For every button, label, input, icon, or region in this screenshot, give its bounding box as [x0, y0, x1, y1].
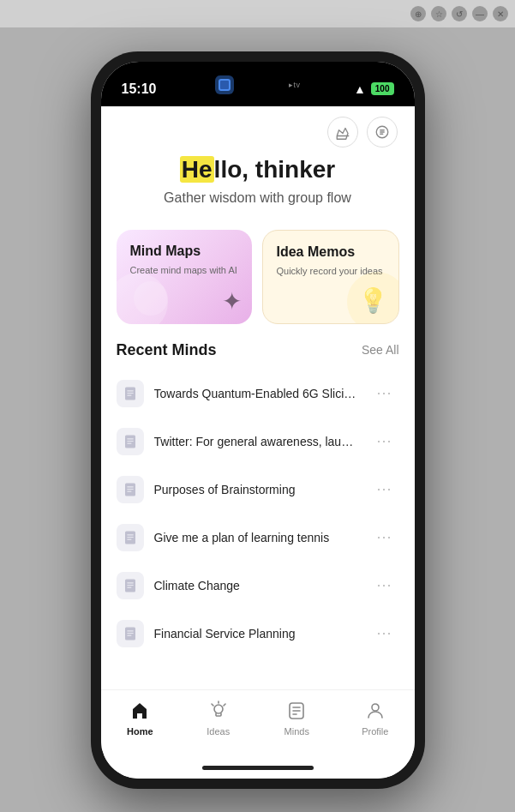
item-icon-6 [117, 620, 144, 647]
svg-rect-20 [127, 586, 131, 587]
svg-rect-18 [127, 582, 134, 583]
svg-rect-6 [127, 438, 134, 439]
home-bar [202, 766, 314, 770]
close-btn[interactable]: ✕ [493, 6, 508, 21]
minds-icon [286, 701, 307, 721]
hero-subtitle: Gather wisdom with group flow [122, 190, 394, 206]
mind-maps-deco: ✦ [222, 287, 242, 316]
ideas-icon [208, 701, 229, 721]
item-text-6: Financial Service Planning [154, 627, 360, 641]
mind-maps-card[interactable]: Mind Maps Create mind maps with AI ✦ [117, 230, 252, 324]
document-icon [123, 386, 138, 401]
list-item[interactable]: Towards Quantum-Enabled 6G Slicing-... ·… [101, 370, 415, 418]
minds-nav-label: Minds [284, 726, 309, 737]
svg-rect-19 [127, 584, 134, 585]
item-icon-1 [117, 380, 144, 407]
svg-rect-15 [127, 536, 134, 537]
pin-btn[interactable]: ⊕ [410, 6, 426, 21]
ai-icon [374, 124, 390, 140]
recent-items-list: Towards Quantum-Enabled 6G Slicing-... ·… [101, 370, 415, 658]
window-chrome: ⊕ ☆ ↺ — ✕ [0, 0, 515, 27]
ideas-nav-icon [207, 699, 231, 723]
feature-cards: Mind Maps Create mind maps with AI ✦ Ide… [101, 223, 415, 338]
item-icon-3 [117, 476, 144, 503]
list-item[interactable]: Twitter: For general awareness, launch..… [101, 418, 415, 466]
list-item[interactable]: Financial Service Planning ··· [101, 610, 415, 658]
item-menu-2[interactable]: ··· [369, 429, 398, 454]
svg-rect-4 [127, 394, 131, 395]
refresh-btn[interactable]: ↺ [452, 6, 467, 21]
item-icon-2 [117, 428, 144, 455]
profile-icon [365, 701, 386, 721]
list-item[interactable]: Climate Change ··· [101, 562, 415, 610]
home-nav-icon [128, 699, 152, 723]
list-item[interactable]: Give me a plan of learning tennis ··· [101, 514, 415, 562]
svg-rect-3 [127, 392, 134, 393]
profile-nav-icon [363, 699, 387, 723]
recent-section-title: Recent Minds [117, 341, 217, 359]
minds-nav-icon [284, 699, 308, 723]
nav-item-ideas[interactable]: Ideas [179, 699, 258, 737]
svg-rect-24 [127, 635, 131, 635]
item-menu-1[interactable]: ··· [369, 381, 398, 406]
document-icon [123, 482, 138, 497]
svg-rect-7 [127, 440, 134, 441]
ai-button[interactable] [367, 117, 398, 147]
deco-circle-2 [134, 281, 168, 316]
item-text-1: Towards Quantum-Enabled 6G Slicing-... [154, 387, 360, 400]
dynamic-island: ▸tv [207, 70, 309, 99]
phone-wrapper: 15:10 ▸tv ▲ 100 [91, 51, 425, 789]
greeting-rest: llo, thinker [214, 156, 336, 183]
header-icons [101, 106, 415, 147]
item-icon-5 [117, 572, 144, 599]
document-icon [123, 530, 138, 545]
hero-greeting: Hello, thinker [180, 156, 335, 183]
document-icon [123, 434, 138, 449]
battery-badge: 100 [371, 82, 394, 95]
main-content: Hello, thinker Gather wisdom with group … [101, 106, 415, 689]
nav-item-home[interactable]: Home [101, 699, 180, 737]
recent-section-header: Recent Minds See All [101, 338, 415, 370]
svg-rect-8 [127, 442, 131, 443]
status-bar: 15:10 ▸tv ▲ 100 [101, 62, 415, 106]
island-app-icon [215, 75, 234, 94]
home-indicator [101, 758, 415, 779]
svg-line-27 [224, 704, 225, 706]
bottom-nav: Home Ideas [101, 689, 415, 758]
idea-memos-card[interactable]: Idea Memos Quickly record your ideas 💡 [262, 230, 399, 324]
hero-section: Hello, thinker Gather wisdom with group … [101, 147, 415, 223]
minimize-btn[interactable]: — [472, 6, 488, 21]
svg-rect-23 [127, 632, 134, 633]
document-icon [123, 626, 138, 641]
svg-rect-22 [127, 630, 134, 631]
item-menu-5[interactable]: ··· [369, 573, 398, 598]
wifi-icon: ▲ [354, 82, 366, 96]
svg-rect-16 [127, 538, 131, 539]
mind-maps-title: Mind Maps [130, 244, 238, 259]
item-text-2: Twitter: For general awareness, launch..… [154, 435, 360, 448]
svg-rect-2 [127, 390, 134, 391]
list-item[interactable]: Purposes of Brainstorming ··· [101, 466, 415, 514]
item-text-3: Purposes of Brainstorming [154, 483, 360, 496]
item-menu-6[interactable]: ··· [369, 621, 398, 646]
see-all-button[interactable]: See All [362, 343, 399, 357]
greeting-highlight: He [180, 156, 214, 183]
item-menu-4[interactable]: ··· [369, 525, 398, 550]
appletv-label: ▸tv [289, 81, 301, 89]
status-time: 15:10 [122, 81, 157, 97]
item-icon-4 [117, 524, 144, 551]
svg-rect-11 [127, 488, 134, 489]
status-right-icons: ▲ 100 [354, 82, 394, 96]
star-btn[interactable]: ☆ [431, 6, 446, 21]
item-menu-3[interactable]: ··· [369, 477, 398, 502]
item-text-5: Climate Change [154, 579, 360, 592]
phone-frame: 15:10 ▸tv ▲ 100 [91, 51, 425, 789]
nav-item-profile[interactable]: Profile [336, 699, 415, 737]
nav-item-minds[interactable]: Minds [258, 699, 337, 737]
crown-button[interactable] [327, 117, 358, 147]
crown-icon [335, 124, 350, 140]
svg-rect-10 [127, 486, 134, 487]
profile-nav-label: Profile [362, 726, 388, 737]
deco-circle-3 [347, 272, 399, 324]
idea-memos-title: Idea Memos [277, 244, 385, 260]
